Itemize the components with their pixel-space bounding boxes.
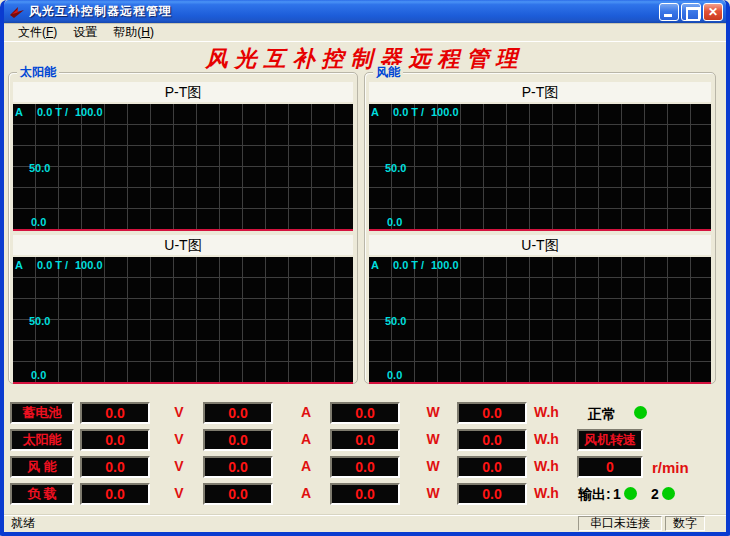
- load-power-display: 0.0: [330, 483, 400, 505]
- statusbar-ready-text: 就绪: [4, 515, 578, 532]
- battery-power-display: 0.0: [330, 402, 400, 424]
- wind-ut-chart-title: U-T图: [369, 235, 711, 255]
- wind-group: 风能 P-T图 A 0.0 T / 100.0 50.0 0.0 U-T图 A …: [364, 72, 716, 384]
- fan-speed-label: 风机转速: [577, 429, 643, 451]
- wind-group-label: 风能: [373, 65, 403, 79]
- solar-energy-display: 0.0: [457, 429, 527, 451]
- amp-unit-label: A: [283, 458, 329, 474]
- volt-unit-label: V: [156, 485, 202, 501]
- volt-unit-label: V: [156, 458, 202, 474]
- solar-voltage-display: 0.0: [80, 429, 150, 451]
- battery-voltage-display: 0.0: [80, 402, 150, 424]
- axis-ymid: 50.0: [385, 162, 406, 174]
- statusbar: 就绪 串口未连接 数字: [4, 514, 726, 532]
- wind-power-display: 0.0: [330, 456, 400, 478]
- axis-ymid: 50.0: [385, 315, 406, 327]
- load-current-display: 0.0: [203, 483, 273, 505]
- solar-label: 太阳能: [10, 429, 74, 451]
- solar-ut-chart: A 0.0 T / 100.0 50.0 0.0: [13, 257, 353, 384]
- fan-speed-display: 0: [577, 456, 643, 478]
- amp-unit-label: A: [283, 404, 329, 420]
- solar-current-display: 0.0: [203, 429, 273, 451]
- statusbar-num-indicator: 数字: [665, 516, 705, 531]
- wind-current-display: 0.0: [203, 456, 273, 478]
- solar-group: 太阳能 P-T图 A 0.0 T / 100.0 50.0 0.0 U-T图 A…: [8, 72, 358, 384]
- watt-unit-label: W: [410, 458, 456, 474]
- axis-ymin: 0.0: [31, 369, 46, 381]
- wh-unit-label: W.h: [534, 404, 580, 420]
- readings-panel: 蓄电池 0.0 V 0.0 A 0.0 W 0.0 W.h 太阳能 0.0 V …: [4, 398, 726, 510]
- battery-label: 蓄电池: [10, 402, 74, 424]
- watt-unit-label: W: [410, 431, 456, 447]
- axis-time-label: 0.0 T /: [37, 106, 68, 118]
- axis-time-label: 0.0 T /: [37, 259, 68, 271]
- load-energy-display: 0.0: [457, 483, 527, 505]
- battery-current-display: 0.0: [203, 402, 273, 424]
- menubar: 文件(F) 设置 帮助(H): [4, 23, 726, 42]
- rpm-unit-label: r/min: [652, 459, 689, 476]
- axis-marker: A: [371, 259, 379, 271]
- axis-ymin: 0.0: [31, 216, 46, 228]
- solar-pt-chart: A 0.0 T / 100.0 50.0 0.0: [13, 104, 353, 231]
- solar-group-label: 太阳能: [17, 65, 59, 79]
- wh-unit-label: W.h: [534, 485, 580, 501]
- menu-help[interactable]: 帮助(H): [105, 22, 162, 43]
- wind-pt-chart-title: P-T图: [369, 82, 711, 102]
- wind-row: 风 能 0.0 V 0.0 A 0.0 W 0.0 W.h: [10, 456, 570, 478]
- titlebar[interactable]: 风光互补控制器远程管理 ✕: [4, 0, 726, 23]
- maximize-button[interactable]: [681, 3, 701, 21]
- app-window: 风光互补控制器远程管理 ✕ 文件(F) 设置 帮助(H) 风光互补控制器远程管理…: [0, 0, 730, 536]
- battery-row: 蓄电池 0.0 V 0.0 A 0.0 W 0.0 W.h: [10, 402, 570, 424]
- wh-unit-label: W.h: [534, 431, 580, 447]
- axis-ymin: 0.0: [387, 369, 402, 381]
- battery-energy-display: 0.0: [457, 402, 527, 424]
- wh-unit-label: W.h: [534, 458, 580, 474]
- wind-voltage-display: 0.0: [80, 456, 150, 478]
- output2-indicator: [662, 487, 675, 500]
- volt-unit-label: V: [156, 431, 202, 447]
- solar-ut-chart-title: U-T图: [13, 235, 353, 255]
- output1-number: 1: [613, 486, 621, 502]
- watt-unit-label: W: [410, 485, 456, 501]
- normal-status-label: 正常: [588, 406, 616, 424]
- axis-ymax: 100.0: [75, 106, 103, 118]
- axis-ymid: 50.0: [29, 162, 50, 174]
- amp-unit-label: A: [283, 431, 329, 447]
- load-row: 负 载 0.0 V 0.0 A 0.0 W 0.0 W.h: [10, 483, 570, 505]
- close-button[interactable]: ✕: [703, 3, 723, 21]
- load-voltage-display: 0.0: [80, 483, 150, 505]
- client-area: 风光互补控制器远程管理 太阳能 P-T图 A 0.0 T / 100.0 50.…: [4, 42, 726, 514]
- axis-ymax: 100.0: [431, 106, 459, 118]
- wind-pt-chart: A 0.0 T / 100.0 50.0 0.0: [369, 104, 711, 231]
- normal-status-indicator: [634, 406, 647, 419]
- axis-marker: A: [371, 106, 379, 118]
- solar-pt-chart-title: P-T图: [13, 82, 353, 102]
- minimize-button[interactable]: [659, 3, 679, 21]
- axis-time-label: 0.0 T /: [393, 106, 424, 118]
- menu-file[interactable]: 文件(F): [10, 22, 65, 43]
- page-title: 风光互补控制器远程管理: [4, 44, 726, 74]
- volt-unit-label: V: [156, 404, 202, 420]
- axis-ymin: 0.0: [387, 216, 402, 228]
- output-label: 输出:: [578, 486, 611, 504]
- axis-ymax: 100.0: [75, 259, 103, 271]
- statusbar-serial-status: 串口未连接: [578, 516, 662, 531]
- axis-ymid: 50.0: [29, 315, 50, 327]
- axis-time-label: 0.0 T /: [393, 259, 424, 271]
- axis-marker: A: [15, 259, 23, 271]
- menu-settings[interactable]: 设置: [65, 22, 105, 43]
- axis-ymax: 100.0: [431, 259, 459, 271]
- output1-indicator: [624, 487, 637, 500]
- wind-energy-display: 0.0: [457, 456, 527, 478]
- solar-row: 太阳能 0.0 V 0.0 A 0.0 W 0.0 W.h: [10, 429, 570, 451]
- wind-ut-chart: A 0.0 T / 100.0 50.0 0.0: [369, 257, 711, 384]
- window-title: 风光互补控制器远程管理: [29, 3, 657, 20]
- axis-marker: A: [15, 106, 23, 118]
- amp-unit-label: A: [283, 485, 329, 501]
- output2-number: 2: [651, 486, 659, 502]
- watt-unit-label: W: [410, 404, 456, 420]
- solar-power-display: 0.0: [330, 429, 400, 451]
- wind-label: 风 能: [10, 456, 74, 478]
- load-label: 负 载: [10, 483, 74, 505]
- app-logo-icon: [9, 4, 25, 20]
